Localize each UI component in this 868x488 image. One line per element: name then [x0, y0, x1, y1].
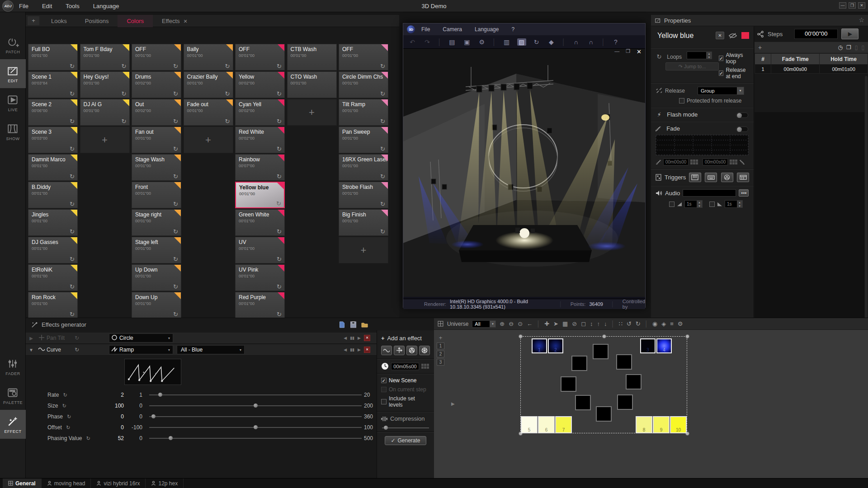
color-wheel-effect-button[interactable]: [419, 346, 430, 355]
compression-slider[interactable]: [382, 427, 429, 428]
scene-tile-drums[interactable]: Drums00'02"00↻: [132, 71, 181, 98]
scene-tile-down-up[interactable]: Down Up00'01"00↻: [132, 292, 181, 319]
universe-page-1[interactable]: 1: [437, 343, 444, 349]
power-list-icon[interactable]: ≡: [670, 320, 674, 327]
scene-tile-full-bo[interactable]: Full BO00'01"00↻: [28, 44, 78, 70]
scene-tile-red-purple[interactable]: Red Purple00'01"00↻: [235, 292, 285, 319]
scene-tile-red-white[interactable]: Red White00'02"00↻: [235, 127, 285, 153]
slider-thumb[interactable]: [254, 404, 258, 408]
audio-fade-in-checkbox[interactable]: [669, 202, 675, 207]
effect-row-curve[interactable]: ▼Curve↻Ramp▼All - Blue▼◀▮▮▶✕: [26, 344, 377, 356]
cursor-icon[interactable]: ➤: [553, 320, 558, 327]
save-icon[interactable]: [350, 321, 357, 328]
scene-tile-ctb-wash[interactable]: CTB Wash00'01"00: [287, 44, 337, 70]
pause-icon[interactable]: ▮▮: [350, 347, 354, 352]
remove-effect-icon[interactable]: ✕: [364, 347, 370, 353]
scene-tile-dj-gasses[interactable]: DJ Gasses00'01"00↻: [28, 237, 78, 263]
add-scene-button[interactable]: +: [287, 99, 337, 126]
grid-icon[interactable]: ▦: [562, 320, 568, 327]
refresh-icon[interactable]: ↻: [532, 38, 541, 46]
scene-tile-stage-wash[interactable]: Stage Wash00'01"00↻: [132, 154, 181, 181]
midi-trigger-button[interactable]: [689, 173, 701, 182]
fixture[interactable]: [561, 376, 576, 392]
collapse-icon[interactable]: ▶: [26, 336, 37, 341]
undo-icon[interactable]: ↺: [627, 320, 632, 327]
scene-tile-up-down[interactable]: Up Down00'01"00↻: [132, 264, 181, 291]
fixture-6[interactable]: 6: [538, 416, 555, 433]
add-tab-button[interactable]: +: [28, 16, 39, 25]
protected-from-release-checkbox[interactable]: Protected from release: [679, 98, 749, 104]
group-tab-general[interactable]: General: [3, 479, 42, 488]
scene-tile-out[interactable]: Out00'02"00↻: [132, 99, 181, 126]
zoom-in-icon[interactable]: ⊕: [500, 320, 505, 327]
marquee-icon[interactable]: ◻: [581, 320, 586, 327]
scene-tile-green-white[interactable]: Green White00'01"00↻: [235, 209, 285, 236]
scene-tile-stage-left[interactable]: Stage left00'01"00↻: [132, 237, 181, 263]
loop-icon[interactable]: ↻: [67, 414, 71, 419]
fixture-1[interactable]: 1: [532, 338, 547, 353]
fade-out-time-input[interactable]: 00m00s00: [703, 159, 728, 165]
zoom-out-icon[interactable]: ⊖: [509, 320, 514, 327]
sidebar-item-fader[interactable]: FADER: [0, 352, 26, 381]
loop-icon[interactable]: ↻: [75, 335, 79, 341]
swap-icon[interactable]: ↕: [590, 320, 593, 327]
scene-tile-uv-pink[interactable]: UV Pink00'01"00↻: [235, 264, 285, 291]
slider-thumb[interactable]: [151, 414, 156, 418]
scene-tile-cto-wash[interactable]: CTO Wash00'01"00: [287, 71, 337, 98]
down-icon[interactable]: ↓: [604, 320, 607, 327]
scene-tile-scene-1[interactable]: Scene 100'03"84↻: [28, 71, 78, 98]
scene-tile-cyan-yell[interactable]: Cyan Yell00'02"00↻: [235, 99, 285, 126]
fixture[interactable]: [626, 374, 642, 389]
fixture-4[interactable]: 4: [656, 338, 672, 353]
sidebar-item-show[interactable]: SHOW: [0, 117, 26, 146]
always-loop-checkbox[interactable]: ✓Always loop: [719, 52, 749, 65]
fixture[interactable]: [596, 406, 612, 422]
scene-tile-crazier-bally[interactable]: Crazier Bally00'01"00↻: [184, 71, 233, 98]
pan-icon[interactable]: ✚: [544, 320, 549, 327]
menu-edit[interactable]: Edit: [42, 3, 52, 9]
scene-tile-uv[interactable]: UV00'01"00↻: [235, 237, 285, 263]
group-tab-vizi-hybrid-16rx[interactable]: vizi hybrid 16rx: [91, 479, 146, 488]
folder-icon[interactable]: [361, 321, 368, 328]
flash-mode-toggle[interactable]: [736, 113, 748, 118]
release-at-end-checkbox[interactable]: ✓Release at end: [719, 67, 749, 80]
keys-trigger-button[interactable]: [737, 173, 749, 182]
maximize-icon[interactable]: ❐: [849, 2, 856, 9]
close-icon[interactable]: ✕: [637, 48, 642, 55]
scene-tile-rainbow[interactable]: Rainbow00'07"00↻: [235, 154, 285, 181]
loop-icon[interactable]: ↻: [63, 392, 67, 398]
universe-page-2[interactable]: 2: [437, 351, 444, 357]
universe-page-3[interactable]: 3: [437, 359, 444, 366]
menu-language[interactable]: Language: [93, 3, 119, 9]
menu-file[interactable]: File: [19, 3, 28, 9]
fixture[interactable]: [593, 344, 609, 359]
effect-target-dropdown[interactable]: All - Blue▼: [177, 345, 245, 354]
remove-effect-icon[interactable]: ✕: [364, 335, 370, 341]
scene-tile-16rx-green-laser[interactable]: 16RX Green Laser00'01"00↻: [339, 154, 388, 181]
universe-filter-dropdown[interactable]: All▼: [472, 320, 496, 328]
window-icon[interactable]: ▣: [462, 38, 472, 46]
fixture[interactable]: [571, 356, 587, 371]
slider-thumb[interactable]: [254, 425, 258, 429]
scene-tile-jingles[interactable]: Jingles00'01"00↻: [28, 209, 78, 236]
fade-toggle[interactable]: [736, 127, 748, 132]
fade-in-grid-buttons[interactable]: [690, 160, 698, 164]
add-step-button[interactable]: +: [758, 44, 762, 51]
zoom-reset-icon[interactable]: ⊙: [518, 320, 523, 327]
fixture-9[interactable]: 9: [653, 416, 670, 433]
collapse-arrow-icon[interactable]: ▶: [451, 401, 455, 406]
visualizer-titlebar[interactable]: 3D FileCameraLanguage?: [403, 23, 645, 35]
selection-handle[interactable]: [519, 334, 523, 338]
prev-icon[interactable]: ◀: [344, 336, 347, 340]
minimize-icon[interactable]: —: [839, 2, 846, 9]
scene-tile-bally[interactable]: Bally00'01"00↻: [184, 44, 233, 70]
hide-icon[interactable]: [728, 33, 737, 39]
param-slider[interactable]: [149, 427, 362, 428]
sidebar-item-patch[interactable]: PATCH: [0, 30, 26, 59]
scene-tile-scene-2[interactable]: Scene 200'06"00↻: [28, 99, 78, 126]
layout-icon[interactable]: ▤: [448, 38, 457, 46]
scene-color-swatch[interactable]: [741, 32, 749, 39]
scene-tile-off[interactable]: OFF00'01"00↻: [235, 44, 285, 70]
settings-icon[interactable]: ⚙: [678, 320, 683, 327]
audio-file-input[interactable]: [683, 189, 736, 197]
